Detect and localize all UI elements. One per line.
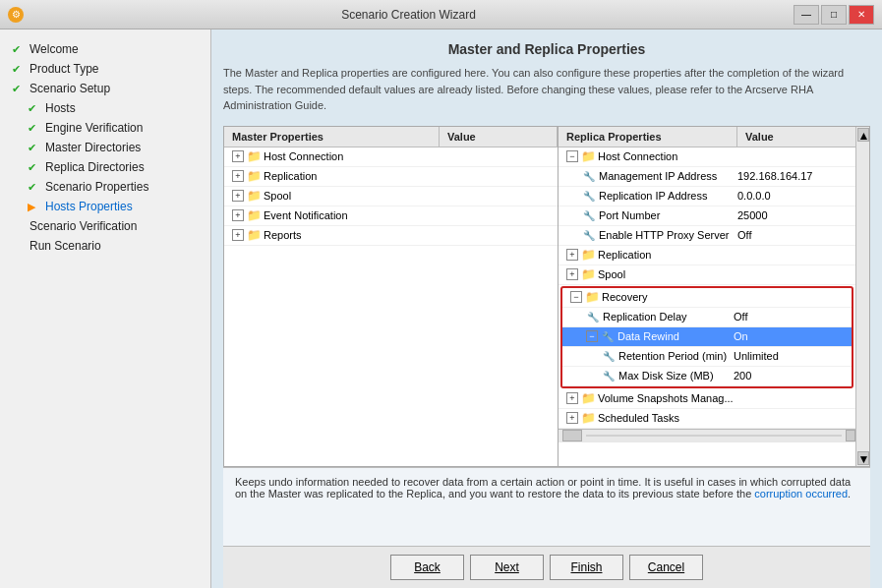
info-panel: Keeps undo information needed to recover… (223, 467, 870, 546)
right-http-proxy[interactable]: 🔧 Enable HTTP Proxy Server Off (559, 226, 855, 246)
vertical-scrollbar[interactable]: ▲ ▼ (855, 127, 869, 467)
prop-icon: 🔧 (582, 189, 596, 203)
folder-icon: 📁 (247, 228, 261, 242)
folder-icon: 📁 (581, 267, 595, 281)
back-button[interactable]: Back (390, 555, 464, 580)
left-spool-label: Spool (264, 190, 291, 202)
right-port-num[interactable]: 🔧 Port Number 25000 (559, 206, 855, 226)
sidebar-item-hosts-properties[interactable]: ▶ Hosts Properties (0, 197, 210, 216)
check-icon: ✔ (12, 43, 26, 56)
expand-icon[interactable]: + (232, 209, 244, 221)
right-retention-period[interactable]: 🔧 Retention Period (min) Unlimited (562, 347, 852, 367)
minimize-button[interactable]: — (794, 5, 819, 25)
description: The Master and Replica properties are co… (223, 65, 870, 114)
right-data-rewind-label: Data Rewind (617, 330, 679, 342)
close-button[interactable]: ✕ (849, 5, 874, 25)
sidebar-label-scenario-verification: Scenario Verification (29, 219, 137, 233)
prop-icon: 🔧 (582, 208, 596, 222)
sidebar-item-scenario-setup[interactable]: ✔ Scenario Setup (0, 79, 210, 98)
right-replication-delay-label: Replication Delay (603, 311, 687, 323)
right-repl-ip-value: 0.0.0.0 (734, 190, 852, 202)
prop-icon: 🔧 (586, 310, 600, 323)
left-event-notification[interactable]: + 📁 Event Notification (224, 206, 558, 226)
folder-icon: 📁 (247, 149, 261, 163)
sidebar-label-engine-verification: Engine Verification (45, 121, 143, 135)
left-reports[interactable]: + 📁 Reports (224, 226, 558, 246)
window-title: Scenario Creation Wizard (24, 8, 794, 22)
folder-icon: 📁 (247, 169, 261, 183)
expand-icon[interactable]: − (566, 150, 578, 162)
horizontal-scrollbar[interactable] (559, 429, 855, 442)
right-recovery[interactable]: − 📁 Recovery (562, 288, 852, 308)
sidebar-item-hosts[interactable]: ✔ Hosts (0, 98, 210, 118)
right-data-rewind-value: On (730, 330, 848, 342)
maximize-button[interactable]: □ (821, 5, 847, 25)
sidebar-item-run-scenario[interactable]: ✔ Run Scenario (0, 236, 210, 256)
sidebar-item-product-type[interactable]: ✔ Product Type (0, 59, 210, 79)
title-bar-buttons: — □ ✕ (794, 5, 874, 25)
title-bar: ⚙ Scenario Creation Wizard — □ ✕ (0, 0, 882, 29)
right-port-num-value: 25000 (734, 209, 852, 221)
sidebar-label-scenario-properties: Scenario Properties (45, 180, 148, 194)
sidebar-item-welcome[interactable]: ✔ Welcome (0, 39, 210, 59)
expand-icon[interactable]: + (566, 392, 578, 404)
sidebar-item-scenario-properties[interactable]: ✔ Scenario Properties (0, 177, 210, 197)
expand-icon[interactable]: + (232, 190, 244, 202)
expand-icon[interactable]: + (566, 412, 578, 424)
right-recovery-label: Recovery (602, 291, 647, 303)
expand-icon[interactable]: + (566, 249, 578, 261)
app-icon: ⚙ (8, 7, 24, 23)
right-panel: Replica Properties Value − 📁 Host Connec… (559, 127, 855, 467)
right-scheduled-tasks[interactable]: + 📁 Scheduled Tasks (559, 409, 855, 429)
prop-icon: 🔧 (601, 329, 615, 343)
sidebar-label-scenario-setup: Scenario Setup (29, 82, 110, 95)
expand-icon[interactable]: + (566, 268, 578, 280)
cancel-button[interactable]: Cancel (629, 555, 703, 580)
prop-icon: 🔧 (602, 349, 616, 363)
sidebar-item-scenario-verification[interactable]: ✔ Scenario Verification (0, 216, 210, 236)
right-data-rewind[interactable]: − 🔧 Data Rewind On (562, 327, 852, 347)
right-port-num-label: Port Number (599, 209, 660, 221)
right-max-disk-size[interactable]: 🔧 Max Disk Size (MB) 200 (562, 367, 852, 386)
folder-icon: 📁 (247, 208, 261, 222)
next-button[interactable]: Next (470, 555, 544, 580)
left-replication-label: Replication (264, 170, 317, 182)
info-link[interactable]: corruption occurred (754, 488, 848, 500)
right-host-connection[interactable]: − 📁 Host Connection (559, 147, 855, 167)
sidebar-item-replica-directories[interactable]: ✔ Replica Directories (0, 157, 210, 177)
expand-icon[interactable]: − (570, 291, 582, 303)
finish-button[interactable]: Finish (550, 555, 623, 580)
sidebar-label-hosts: Hosts (45, 101, 76, 115)
expand-icon[interactable]: + (232, 150, 244, 162)
right-replication-label: Replication (598, 249, 651, 261)
right-volume-snapshots[interactable]: + 📁 Volume Snapshots Manag... (559, 389, 855, 409)
expand-icon[interactable]: − (586, 330, 598, 342)
spacer: ✔ (12, 220, 26, 233)
expand-icon[interactable]: + (232, 229, 244, 241)
right-replication-delay[interactable]: 🔧 Replication Delay Off (562, 308, 852, 327)
left-replication[interactable]: + 📁 Replication (224, 167, 558, 187)
right-header-name: Replica Properties (559, 127, 737, 147)
right-replication-delay-value: Off (730, 311, 848, 323)
right-repl-ip[interactable]: 🔧 Replication IP Address 0.0.0.0 (559, 187, 855, 206)
expand-icon[interactable]: + (232, 170, 244, 182)
prop-icon: 🔧 (582, 228, 596, 242)
right-mgmt-ip-label: Management IP Address (599, 170, 717, 182)
right-max-disk-size-label: Max Disk Size (MB) (618, 370, 714, 382)
folder-icon: 📁 (581, 248, 595, 262)
left-host-connection[interactable]: + 📁 Host Connection (224, 147, 558, 167)
right-spool[interactable]: + 📁 Spool (559, 265, 855, 285)
footer-buttons: Back Next Finish Cancel (223, 546, 870, 588)
sidebar-item-engine-verification[interactable]: ✔ Engine Verification (0, 118, 210, 138)
spacer: ✔ (12, 240, 26, 253)
right-http-proxy-label: Enable HTTP Proxy Server (599, 229, 729, 241)
check-icon: ✔ (28, 122, 41, 135)
sidebar-item-master-directories[interactable]: ✔ Master Directories (0, 138, 210, 157)
folder-icon: 📁 (581, 149, 595, 163)
right-replication[interactable]: + 📁 Replication (559, 246, 855, 265)
right-tree: − 📁 Host Connection 🔧 Management IP Addr… (559, 147, 855, 467)
left-spool[interactable]: + 📁 Spool (224, 187, 558, 206)
right-scheduled-tasks-label: Scheduled Tasks (598, 412, 679, 424)
check-icon: ✔ (12, 83, 26, 95)
right-mgmt-ip[interactable]: 🔧 Management IP Address 192.168.164.17 (559, 167, 855, 187)
